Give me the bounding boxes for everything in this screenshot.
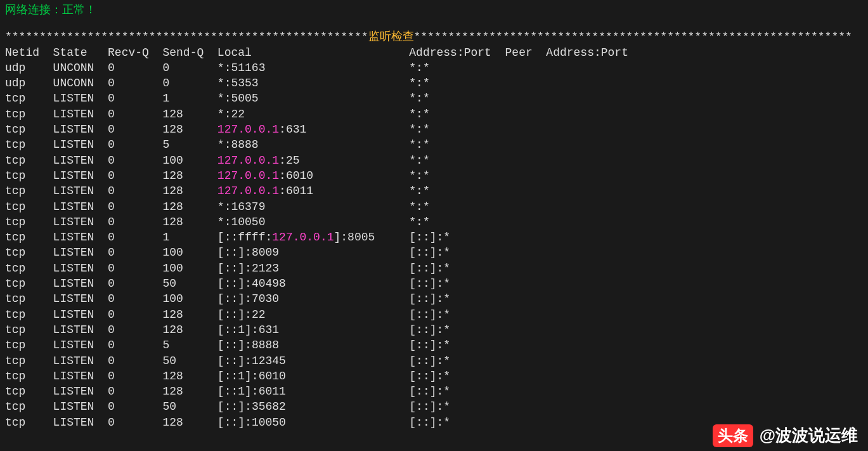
table-row: tcp LISTEN 0 128 127.0.0.1:6011 *:*: [5, 183, 863, 199]
table-row: tcp LISTEN 0 128 *:22 *:*: [5, 107, 863, 122]
row-left: tcp LISTEN 0 128: [5, 185, 217, 197]
table-row: tcp LISTEN 0 128 [::1]:6011 [::]:*: [5, 384, 863, 399]
row-left: tcp LISTEN 0 128 [::1]:: [5, 370, 259, 382]
row-right: :6010 *:*: [279, 169, 430, 182]
table-row: tcp LISTEN 0 100 [::]:8009 [::]:*: [5, 245, 863, 260]
row-right: ]:8005 [::]:*: [334, 231, 451, 244]
row-left: udp UNCONN 0 0 *:: [5, 77, 231, 89]
row-left: tcp LISTEN 0 128 *:: [5, 200, 231, 213]
row-right: 22 [::]:*: [252, 308, 450, 321]
row-left: udp UNCONN 0 0 *:: [5, 62, 231, 74]
row-right: :25 *:*: [279, 154, 430, 167]
watermark: 头条 @波波说运维: [713, 424, 858, 447]
local-ip: 127.0.0.1: [217, 154, 279, 167]
row-right: 8888 [::]:*: [252, 339, 450, 351]
row-left: tcp LISTEN 0 100 [::]:: [5, 292, 252, 305]
row-left: tcp LISTEN 0 128 *:: [5, 216, 231, 228]
row-right: 22 *:*: [231, 108, 429, 121]
row-right: 10050 [::]:*: [252, 416, 450, 429]
table-row: udp UNCONN 0 0 *:5353 *:*: [5, 75, 863, 91]
row-right: 7030 [::]:*: [252, 292, 450, 305]
table-row: tcp LISTEN 0 5 [::]:8888 [::]:*: [5, 337, 863, 353]
table-row: tcp LISTEN 0 128 *:16379 *:*: [5, 199, 863, 214]
table-row: tcp LISTEN 0 5 *:8888 *:*: [5, 137, 863, 152]
row-right: 2123 [::]:*: [252, 262, 450, 275]
table-row: tcp LISTEN 0 128 127.0.0.1:6010 *:*: [5, 168, 863, 183]
table-row: tcp LISTEN 0 1 *:5005 *:*: [5, 91, 863, 106]
row-right: 16379 *:*: [231, 200, 429, 213]
row-right: :6011 *:*: [279, 185, 430, 197]
row-left: tcp LISTEN 0 100: [5, 154, 217, 167]
table-row: tcp LISTEN 0 100 [::]:7030 [::]:*: [5, 291, 863, 306]
row-left: tcp LISTEN 0 128 [::1]:: [5, 385, 259, 398]
row-right: 10050 *:*: [231, 216, 429, 228]
table-row: udp UNCONN 0 0 *:51163 *:*: [5, 60, 863, 75]
row-right: 6010 [::]:*: [259, 370, 450, 382]
row-left: tcp LISTEN 0 50 [::]:: [5, 277, 252, 290]
network-status: 网络连接：正常！: [5, 3, 863, 18]
row-left: tcp LISTEN 0 100 [::]:: [5, 246, 252, 259]
row-right: 8888 *:*: [231, 138, 429, 151]
row-right: 5353 *:*: [231, 77, 429, 89]
row-left: tcp LISTEN 0 128 [::1]:: [5, 324, 259, 336]
row-right: 40498 [::]:*: [252, 277, 450, 290]
local-ip: 127.0.0.1: [272, 231, 334, 244]
table-row: tcp LISTEN 0 50 [::]:35682 [::]:*: [5, 399, 863, 414]
table-row: tcp LISTEN 0 50 [::]:40498 [::]:*: [5, 276, 863, 291]
divider-stars-right: ****************************************…: [414, 30, 852, 43]
row-right: :631 *:*: [279, 123, 430, 136]
row-left: tcp LISTEN 0 128 [::]:: [5, 308, 252, 321]
row-right: 6011 [::]:*: [259, 385, 450, 398]
row-left: tcp LISTEN 0 128 [::]:: [5, 416, 252, 429]
row-right: 12345 [::]:*: [252, 355, 450, 367]
table-header: Netid State Recv-Q Send-Q Local Address:…: [5, 45, 863, 60]
table-row: tcp LISTEN 0 100 [::]:2123 [::]:*: [5, 261, 863, 276]
row-left: tcp LISTEN 0 50 [::]:: [5, 355, 252, 367]
row-right: 5005 *:*: [231, 92, 429, 105]
table-row: tcp LISTEN 0 128 127.0.0.1:631 *:*: [5, 122, 863, 137]
row-left: tcp LISTEN 0 128: [5, 169, 217, 182]
table-row: tcp LISTEN 0 128 [::1]:6010 [::]:*: [5, 369, 863, 384]
row-left: tcp LISTEN 0 1 *:: [5, 92, 231, 105]
table-row: tcp LISTEN 0 1 [::ffff:127.0.0.1]:8005 […: [5, 230, 863, 245]
row-left: tcp LISTEN 0 5 [::]:: [5, 339, 252, 351]
row-right: 35682 [::]:*: [252, 400, 450, 413]
table-row: tcp LISTEN 0 128 *:10050 *:*: [5, 214, 863, 230]
divider-stars-left: ****************************************…: [5, 30, 368, 43]
table-row: tcp LISTEN 0 128 [::]:22 [::]:*: [5, 307, 863, 322]
row-right: 51163 *:*: [231, 62, 429, 74]
table-body: udp UNCONN 0 0 *:51163 *:*udp UNCONN 0 0…: [5, 60, 863, 430]
section-divider: ****************************************…: [5, 29, 863, 44]
watermark-logo: 头条: [713, 424, 753, 447]
row-right: 631 [::]:*: [259, 324, 450, 336]
watermark-text: @波波说运维: [760, 424, 858, 447]
row-right: 8009 [::]:*: [252, 246, 450, 259]
row-left: tcp LISTEN 0 128: [5, 123, 217, 136]
row-left: tcp LISTEN 0 100 [::]:: [5, 262, 252, 275]
table-row: tcp LISTEN 0 128 [::1]:631 [::]:*: [5, 322, 863, 337]
table-row: tcp LISTEN 0 100 127.0.0.1:25 *:*: [5, 153, 863, 168]
row-left: tcp LISTEN 0 128 *:: [5, 108, 231, 121]
row-left: tcp LISTEN 0 50 [::]:: [5, 400, 252, 413]
local-ip: 127.0.0.1: [217, 169, 279, 182]
divider-title: 监听检查: [368, 30, 414, 43]
row-left: tcp LISTEN 0 1 [::ffff:: [5, 231, 272, 244]
table-row: tcp LISTEN 0 50 [::]:12345 [::]:*: [5, 353, 863, 369]
row-left: tcp LISTEN 0 5 *:: [5, 138, 231, 151]
local-ip: 127.0.0.1: [217, 185, 279, 197]
local-ip: 127.0.0.1: [217, 123, 279, 136]
